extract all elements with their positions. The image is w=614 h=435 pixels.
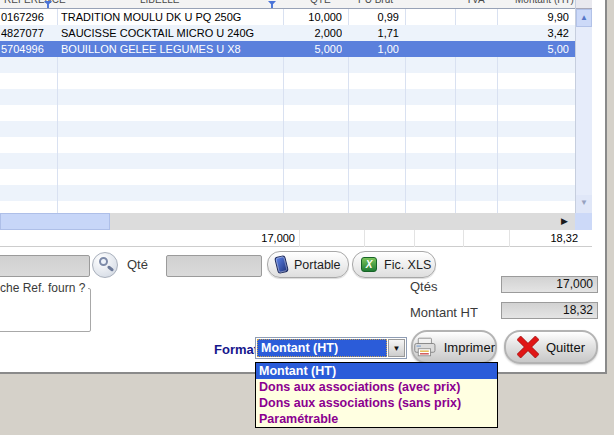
header-libelle: LIBELLE xyxy=(140,0,179,5)
scrollbar-thumb[interactable] xyxy=(0,213,110,230)
print-button-label: Imprimer xyxy=(444,340,495,355)
sort-filter-icon[interactable] xyxy=(268,1,276,8)
excel-file-icon: X xyxy=(361,257,377,272)
qty-input[interactable] xyxy=(166,255,262,277)
sum-qty-field: 17,000 xyxy=(501,276,598,293)
cell-amount: 3,42 xyxy=(498,25,569,41)
table-corner-button[interactable] xyxy=(576,0,592,9)
header-tva: TVA xyxy=(466,0,485,5)
quit-button[interactable]: Quitter xyxy=(504,330,598,364)
magnifier-icon xyxy=(99,257,108,266)
scroll-right-arrow-icon[interactable]: ▶ xyxy=(556,213,573,230)
header-unit-price: PU Brut xyxy=(358,0,393,5)
groupbox-label: che Ref. fourn ? xyxy=(0,281,88,295)
red-x-icon xyxy=(517,336,539,358)
handheld-device-icon xyxy=(274,255,289,274)
quit-button-label: Quitter xyxy=(546,340,585,355)
cell-reference: 5704996 xyxy=(1,41,55,57)
cell-libelle: BOUILLON GELEE LEGUMES U X8 xyxy=(61,41,280,57)
app-screen: REFERENCE LIBELLE QTE PU Brut TVA Montan… xyxy=(0,0,614,435)
xls-button-label: Fic. XLS xyxy=(384,258,431,272)
table-row[interactable]: 0167296 TRADITION MOULU DK U PQ 250G 10,… xyxy=(0,9,575,25)
combobox-dropdown-arrow-icon[interactable]: ▼ xyxy=(388,339,405,357)
table-totals-row: 17,000 18,32 xyxy=(0,230,592,247)
sum-qty-label: Qtés xyxy=(410,279,437,294)
sum-amount-label: Montant HT xyxy=(410,305,478,320)
scrollbar-corner xyxy=(575,213,592,230)
header-amount: Montant (HT) xyxy=(515,0,574,5)
cell-unit-price: 1,00 xyxy=(350,41,399,57)
total-qty: 17,000 xyxy=(200,230,295,246)
vertical-scrollbar[interactable]: ▲ ▼ xyxy=(575,0,592,213)
cell-amount: 9,90 xyxy=(498,9,569,25)
qty-label: Qté xyxy=(127,257,148,272)
cell-libelle: SAUCISSE COCKTAIL MICRO U 240G xyxy=(61,25,280,41)
sum-amount-field: 18,32 xyxy=(501,302,598,319)
cell-reference: 4827077 xyxy=(1,25,55,41)
search-ref-input[interactable] xyxy=(0,255,90,277)
xls-export-button[interactable]: X Fic. XLS xyxy=(352,251,436,278)
format-label: Format xyxy=(214,342,258,357)
format-combobox[interactable]: Montant (HT) ▼ xyxy=(255,337,407,359)
app-window: REFERENCE LIBELLE QTE PU Brut TVA Montan… xyxy=(0,0,607,374)
horizontal-scrollbar[interactable]: ▶ xyxy=(0,213,592,230)
format-dropdown-list: Montant (HT) Dons aux associations (avec… xyxy=(255,362,498,428)
print-button[interactable]: Imprimer xyxy=(411,330,497,364)
cell-libelle: TRADITION MOULU DK U PQ 250G xyxy=(61,9,280,25)
table-header[interactable]: REFERENCE LIBELLE QTE PU Brut TVA Montan… xyxy=(0,0,575,9)
dropdown-option[interactable]: Dons aux associations (sans prix) xyxy=(256,395,497,411)
header-qty: QTE xyxy=(310,0,331,5)
portable-button-label: Portable xyxy=(294,258,341,272)
dropdown-option[interactable]: Paramétrable xyxy=(256,411,497,427)
format-selected-value: Montant (HT) xyxy=(257,339,387,357)
table-row-selected[interactable]: 5704996 BOUILLON GELEE LEGUMES U X8 5,00… xyxy=(0,41,575,57)
product-table: REFERENCE LIBELLE QTE PU Brut TVA Montan… xyxy=(0,0,592,247)
cell-qty: 10,000 xyxy=(284,9,342,25)
scroll-down-arrow-icon[interactable]: ▼ xyxy=(576,195,592,213)
search-button[interactable] xyxy=(92,252,118,278)
total-amount: 18,32 xyxy=(490,230,578,246)
printer-icon xyxy=(413,336,437,358)
cell-qty: 2,000 xyxy=(284,25,342,41)
cell-amount: 5,00 xyxy=(498,41,569,57)
table-row[interactable]: 4827077 SAUCISSE COCKTAIL MICRO U 240G 2… xyxy=(0,25,575,41)
cell-unit-price: 1,71 xyxy=(350,25,399,41)
cell-reference: 0167296 xyxy=(1,9,55,25)
portable-button[interactable]: Portable xyxy=(267,251,349,278)
dropdown-option[interactable]: Montant (HT) xyxy=(256,363,497,379)
header-reference: REFERENCE xyxy=(4,0,66,5)
cell-unit-price: 0,99 xyxy=(350,9,399,25)
dropdown-option[interactable]: Dons aux associations (avec prix) xyxy=(256,379,497,395)
scroll-up-arrow-icon[interactable]: ▲ xyxy=(576,9,592,27)
cell-qty: 5,000 xyxy=(284,41,342,57)
